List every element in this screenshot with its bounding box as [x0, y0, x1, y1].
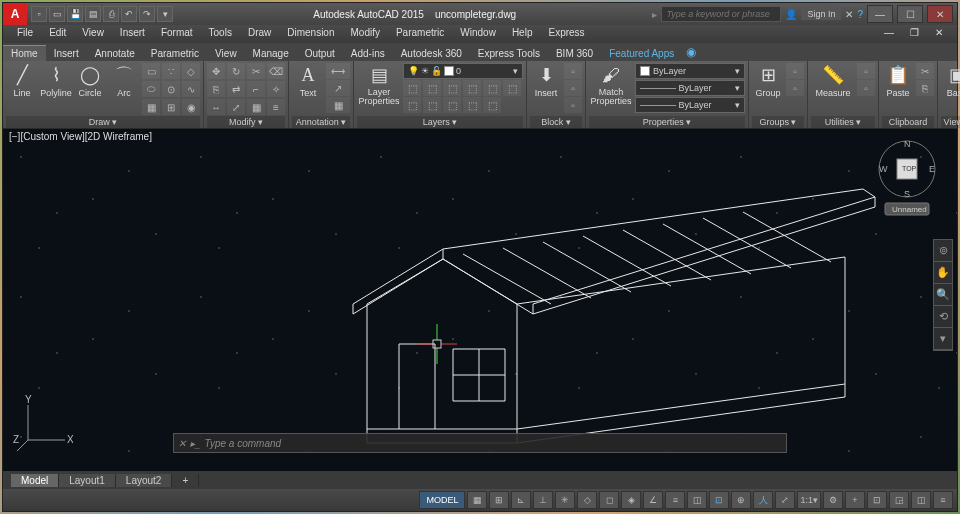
util-tool-1[interactable]: ▫ — [857, 63, 875, 79]
qat-undo-icon[interactable]: ↶ — [121, 6, 137, 22]
nav-zoom-icon[interactable]: 🔍 — [934, 284, 952, 306]
panel-utilities-title[interactable]: Utilities ▾ — [811, 116, 875, 128]
tab-manage[interactable]: Manage — [245, 46, 297, 61]
layer-combo[interactable]: 💡☀🔓0▾ — [403, 63, 523, 79]
paste-button[interactable]: 📋Paste — [882, 63, 914, 98]
status-autoscale-icon[interactable]: ⤢ — [775, 491, 795, 509]
menu-window[interactable]: Window — [452, 25, 504, 43]
group-tool-2[interactable]: ▫ — [786, 80, 804, 96]
erase-icon[interactable]: ⌫ — [267, 63, 285, 79]
menu-help[interactable]: Help — [504, 25, 541, 43]
status-sc-icon[interactable]: ⊕ — [731, 491, 751, 509]
qat-more-icon[interactable]: ▾ — [157, 6, 173, 22]
menu-dimension[interactable]: Dimension — [279, 25, 342, 43]
close-button[interactable]: ✕ — [927, 5, 953, 23]
panel-draw-title[interactable]: Draw ▾ — [6, 116, 200, 128]
draw-tool-2[interactable]: ∵ — [162, 63, 180, 79]
doc-restore-icon[interactable]: ❐ — [902, 25, 927, 43]
status-iso-icon[interactable]: ◇ — [577, 491, 597, 509]
panel-annotation-title[interactable]: Annotation ▾ — [292, 116, 350, 128]
menu-express[interactable]: Express — [540, 25, 592, 43]
tab-bullet-icon[interactable]: ◉ — [682, 43, 700, 61]
menu-draw[interactable]: Draw — [240, 25, 279, 43]
status-scale[interactable]: 1:1▾ — [797, 491, 821, 509]
text-button[interactable]: AText — [292, 63, 324, 98]
tab-addins[interactable]: Add-ins — [343, 46, 393, 61]
drawing-canvas[interactable]: [−][Custom View][2D Wireframe] — [3, 129, 957, 471]
ucs-icon[interactable]: Y X Z — [13, 395, 73, 457]
insert-button[interactable]: ⬇Insert — [530, 63, 562, 98]
layer-tool-8[interactable]: ⬚ — [423, 97, 441, 113]
status-qp-icon[interactable]: ⊡ — [709, 491, 729, 509]
match-properties-button[interactable]: 🖌MatchProperties — [589, 63, 633, 106]
command-line[interactable]: ✕ ▸_ Type a command — [173, 433, 787, 453]
layer-tool-10[interactable]: ⬚ — [463, 97, 481, 113]
search-input[interactable] — [661, 6, 781, 22]
move-icon[interactable]: ✥ — [207, 63, 225, 79]
status-3dosnap-icon[interactable]: ◈ — [621, 491, 641, 509]
util-tool-2[interactable]: ▫ — [857, 80, 875, 96]
qat-new-icon[interactable]: ▫ — [31, 6, 47, 22]
block-tool-1[interactable]: ▫ — [564, 63, 582, 79]
cmd-close-icon[interactable]: ✕ — [178, 438, 186, 449]
panel-view-title[interactable]: View ▾ — [941, 116, 960, 128]
draw-tool-1[interactable]: ▭ — [142, 63, 160, 79]
status-polar-icon[interactable]: ✳ — [555, 491, 575, 509]
panel-groups-title[interactable]: Groups ▾ — [752, 116, 804, 128]
tab-view[interactable]: View — [207, 46, 245, 61]
minimize-button[interactable]: — — [867, 5, 893, 23]
menu-view[interactable]: View — [74, 25, 112, 43]
draw-tool-4[interactable]: ⬭ — [142, 81, 160, 97]
explode-icon[interactable]: ✧ — [267, 81, 285, 97]
qat-plot-icon[interactable]: ⎙ — [103, 6, 119, 22]
draw-tool-3[interactable]: ◇ — [182, 63, 200, 79]
tab-featuredapps[interactable]: Featured Apps — [601, 46, 682, 61]
leader-icon[interactable]: ↗ — [326, 80, 350, 96]
offset-icon[interactable]: ≡ — [267, 99, 285, 115]
menu-parametric[interactable]: Parametric — [388, 25, 452, 43]
dim-linear-icon[interactable]: ⟷ — [326, 63, 350, 79]
status-osnap-icon[interactable]: ◻ — [599, 491, 619, 509]
draw-tool-5[interactable]: ⊙ — [162, 81, 180, 97]
draw-tool-7[interactable]: ▦ — [142, 99, 160, 115]
base-button[interactable]: ▣Base — [941, 63, 960, 98]
polyline-button[interactable]: ⌇Polyline — [40, 63, 72, 98]
nav-show-icon[interactable]: ▾ — [934, 328, 952, 350]
layout-2[interactable]: Layout2 — [116, 474, 173, 487]
menu-edit[interactable]: Edit — [41, 25, 74, 43]
status-ortho-icon[interactable]: ⊥ — [533, 491, 553, 509]
color-combo[interactable]: ByLayer▾ — [635, 63, 745, 79]
layer-tool-2[interactable]: ⬚ — [423, 80, 441, 96]
group-tool-1[interactable]: ▫ — [786, 63, 804, 79]
tab-autodesk360[interactable]: Autodesk 360 — [393, 46, 470, 61]
status-snap-icon[interactable]: ⊞ — [489, 491, 509, 509]
status-clean-icon[interactable]: ◫ — [911, 491, 931, 509]
stretch-icon[interactable]: ↔ — [207, 99, 225, 115]
panel-properties-title[interactable]: Properties ▾ — [589, 116, 745, 128]
rotate-icon[interactable]: ↻ — [227, 63, 245, 79]
exchange-icon[interactable]: ✕ — [845, 9, 853, 20]
layer-tool-7[interactable]: ⬚ — [403, 97, 421, 113]
draw-tool-6[interactable]: ∿ — [182, 81, 200, 97]
maximize-button[interactable]: ☐ — [897, 5, 923, 23]
qat-redo-icon[interactable]: ↷ — [139, 6, 155, 22]
layout-1[interactable]: Layout1 — [59, 474, 116, 487]
lineweight-combo[interactable]: ———— ByLayer▾ — [635, 80, 745, 96]
tab-home[interactable]: Home — [3, 45, 46, 61]
app-icon[interactable]: A — [3, 3, 27, 25]
status-tpy-icon[interactable]: ◫ — [687, 491, 707, 509]
scale-icon[interactable]: ⤢ — [227, 99, 245, 115]
qat-open-icon[interactable]: ▭ — [49, 6, 65, 22]
menu-format[interactable]: Format — [153, 25, 201, 43]
layer-tool-5[interactable]: ⬚ — [483, 80, 501, 96]
copy-icon[interactable]: ⎘ — [207, 81, 225, 97]
copy-clip-icon[interactable]: ⎘ — [916, 80, 934, 96]
doc-close-icon[interactable]: ✕ — [927, 25, 951, 43]
menu-file[interactable]: File — [9, 25, 41, 43]
measure-button[interactable]: 📏Measure — [811, 63, 855, 98]
mirror-icon[interactable]: ⇄ — [227, 81, 245, 97]
table-icon[interactable]: ▦ — [326, 97, 350, 113]
layout-model[interactable]: Model — [11, 474, 59, 487]
layer-tool-4[interactable]: ⬚ — [463, 80, 481, 96]
status-infer-icon[interactable]: ⊾ — [511, 491, 531, 509]
